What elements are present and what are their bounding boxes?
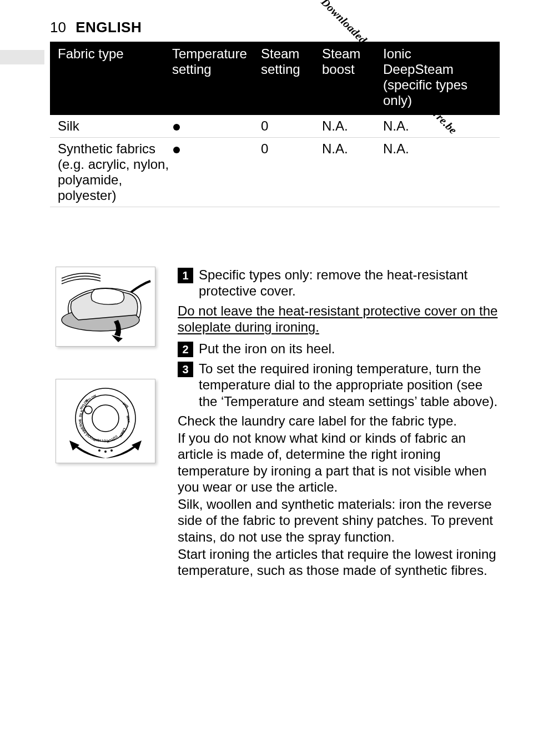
dot-icon (173, 124, 180, 131)
manual-page: 10 ENGLISH Downloaded from www.vandenbor… (0, 0, 533, 756)
language-label: ENGLISH (76, 19, 142, 36)
illustration-temperature-dial: MIN MAX LINEN COTON COTTON WOOL LAINE SO… (56, 379, 155, 463)
th-fabric-type: Fabric type (58, 46, 172, 108)
cell-boost: N.A. (322, 141, 383, 157)
table-row: Synthetic fabrics (e.g. acrylic, nylon, … (50, 138, 500, 207)
page-number: 10 (50, 19, 66, 36)
paragraph: Start ironing the articles that require … (178, 546, 500, 579)
th-ionic-deepsteam: Ionic DeepSteam (specific types only) (383, 46, 477, 108)
cell-steam: 0 (261, 141, 322, 157)
step-3: 3 To set the required ironing temperatur… (178, 361, 500, 409)
cell-ionic: N.A. (383, 118, 477, 134)
cell-boost: N.A. (322, 118, 383, 134)
dot-icon (173, 147, 180, 153)
cell-ionic: N.A. (383, 141, 477, 157)
cell-steam: 0 (261, 118, 322, 134)
cell-temperature (172, 141, 261, 157)
th-steam-boost: Steam boost (322, 46, 383, 108)
margin-accent-bar (0, 50, 44, 64)
cell-temperature (172, 118, 261, 134)
illustration-remove-cover (56, 267, 155, 347)
step-text: Specific types only: remove the heat-res… (199, 267, 500, 299)
cell-fabric: Silk (58, 118, 172, 134)
page-header: 10 ENGLISH (50, 19, 142, 36)
svg-point-17 (104, 450, 107, 453)
step-text: To set the required ironing temperature,… (199, 361, 500, 409)
paragraph: If you do not know what kind or kinds of… (178, 430, 500, 495)
svg-point-3 (92, 405, 119, 432)
th-steam-setting: Steam setting (261, 46, 322, 108)
step-2: 2 Put the iron on its heel. (178, 341, 500, 357)
step-number-badge: 1 (178, 268, 193, 283)
svg-point-18 (110, 449, 113, 452)
svg-point-16 (98, 449, 100, 452)
svg-point-4 (84, 406, 92, 414)
step-1: 1 Specific types only: remove the heat-r… (178, 267, 500, 299)
cell-fabric: Synthetic fabrics (e.g. acrylic, nylon, … (58, 141, 172, 203)
step-number-badge: 2 (178, 342, 193, 357)
step-text: Put the iron on its heel. (199, 341, 500, 357)
instructions-body: 1 Specific types only: remove the heat-r… (178, 267, 500, 580)
table-header-row: Fabric type Temperature setting Steam se… (50, 42, 500, 115)
table-row: Silk 0 N.A. N.A. (50, 115, 500, 138)
fabric-settings-table: Fabric type Temperature setting Steam se… (50, 42, 500, 207)
paragraph: Check the laundry care label for the fab… (178, 413, 500, 429)
th-temperature: Temperature setting (172, 46, 261, 108)
step-number-badge: 3 (178, 362, 193, 377)
warning-note: Do not leave the heat-resistant protecti… (178, 303, 500, 336)
paragraph: Silk, woollen and synthetic materials: i… (178, 496, 500, 545)
